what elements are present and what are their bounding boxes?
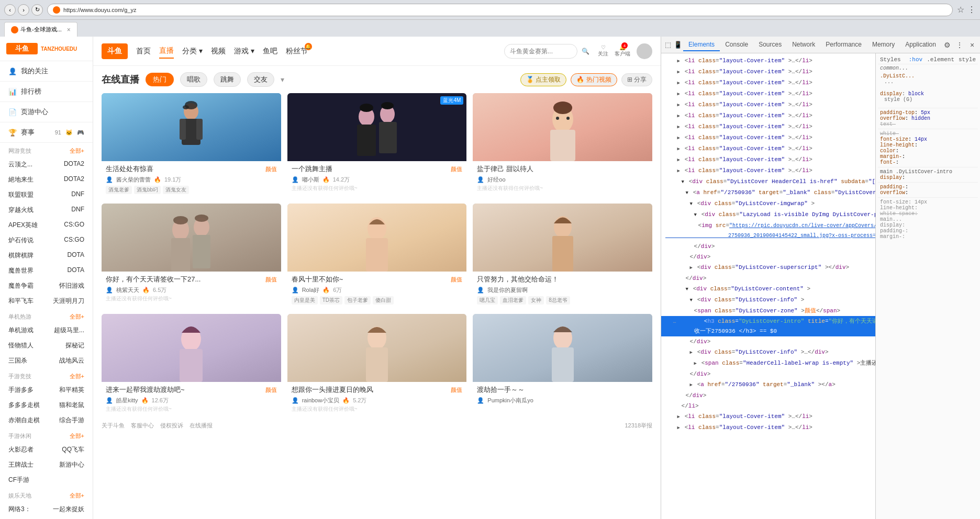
sidebar-game-qp[interactable]: 棋牌棋牌 DOTA [0, 248, 93, 263]
tree-line-2[interactable]: ▶ <li class="layout-Cover-item" >…</li> [661, 66, 875, 77]
tree-line-info[interactable]: ▼ <div class="DyListCover-info" > [661, 295, 875, 306]
tree-line-img[interactable]: <img src="https://rpic.douyucdn.cn/live-… [661, 220, 875, 241]
sidebar-game-sj2[interactable]: 怪物猎人 探秘记 [0, 338, 93, 353]
tree-line-next-li-2[interactable]: ▶ <li class="layout-Cover-item" >…</li> [661, 422, 875, 433]
sidebar-game-lol[interactable]: 联盟联盟 DNF [0, 187, 93, 202]
browser-tab[interactable]: 斗鱼-全球游戏... × [4, 22, 77, 37]
sidebar-item-sports[interactable]: 🏆 赛事 91 🐱 🎮 [0, 122, 93, 143]
tree-line-close-wrap[interactable]: </div> [661, 390, 875, 401]
sidebar-game-sj1[interactable]: 单机游戏 超级马里... [0, 323, 93, 338]
tree-line-1[interactable]: ▶ <li class="layout-Cover-item" >…</li> [661, 55, 875, 66]
sidebar-game-hpfc[interactable]: 和平飞车 天涯明月刀 [0, 294, 93, 309]
tab-memory[interactable]: Memory [867, 39, 900, 51]
element-picker-icon[interactable]: ⬚ [663, 39, 672, 51]
sidebar-game-cfol[interactable]: 穿越火线 DNF [0, 202, 93, 218]
more-icon[interactable]: ⋮ [967, 5, 976, 15]
tree-line-close-div1[interactable]: </div> [661, 241, 875, 252]
hot-video-btn[interactable]: 🔥 热门视频 [571, 73, 617, 86]
tree-line-7[interactable]: ▶ <li class="layout-Cover-item" >…</li> [661, 121, 875, 132]
tab-network[interactable]: Network [787, 39, 820, 51]
hover-toggle[interactable]: :hov [909, 57, 922, 63]
elements-tree[interactable]: ▶ <li class="layout-Cover-item" >…</li> … [661, 53, 875, 519]
address-bar[interactable]: https://www.douyu.com/g_yz [47, 4, 953, 16]
device-toggle-icon[interactable]: 📱 [673, 39, 682, 51]
reload-button[interactable]: ↻ [31, 4, 43, 16]
sidebar-item-follow[interactable]: 👤 我的关注 [0, 61, 93, 82]
nav-video[interactable]: 视频 [211, 44, 226, 58]
dropdown-icon[interactable]: ▾ [281, 75, 284, 84]
back-button[interactable]: ‹ [4, 4, 16, 16]
tree-line-zone[interactable]: <span class="DyListCover-zone" >颜值</span… [661, 306, 875, 316]
tree-line-content[interactable]: ▼ <div class="DyListCover-content" > [661, 284, 875, 295]
stream-card-9[interactable]: 渡劫拾一手～～ 👤 Pumpkin小南瓜yo [473, 314, 652, 416]
user-avatar[interactable] [637, 43, 652, 59]
hot-filter-btn[interactable]: 热门 [146, 73, 174, 86]
tree-line-6[interactable]: ▶ <li class="layout-Cover-item" >…</li> [661, 110, 875, 121]
dance-filter-btn[interactable]: 跳舞 [214, 72, 241, 87]
tree-line-expanded-li[interactable]: ▼ <div class="DyListCover HeaderCell is-… [661, 176, 875, 187]
stream-card-7[interactable]: 进来一起帮我渡劫渡劫吧~ 颜值 👤 皓星kitty 🔥 12.6万 主播还没有获… [102, 314, 281, 416]
tree-line-a-wrap[interactable]: ▼ <a href="/2750936" target="_blank" cla… [661, 187, 875, 198]
tree-line-next-li-1[interactable]: ▶ <li class="layout-Cover-item" >…</li> [661, 411, 875, 422]
client-icon-btn[interactable]: 🔔4 客户端 [615, 44, 630, 58]
sidebar-game-e1[interactable]: 网络3： 一起来捉妖 [0, 502, 93, 517]
tab-sources[interactable]: Sources [753, 39, 787, 51]
stream-card-4[interactable]: 你好，有个天天请签收一下27... 颜值 👤 桃紫天天 🔥 6.5万 主播还没有… [102, 204, 281, 308]
sidebar-game-e2[interactable]: 胡阳浦 [0, 517, 93, 519]
tree-line-9[interactable]: ▶ <li class="layout-Cover-item" >…</li> [661, 143, 875, 154]
sidebar-game-l3[interactable]: CF手游 [0, 472, 93, 488]
tree-line-3[interactable]: ▶ <li class="layout-Cover-item" >…</li> [661, 77, 875, 88]
tree-line-info2[interactable]: ▶ <div class="DyListCover-info" >…</div> [661, 347, 875, 358]
style-toggle[interactable]: style [959, 57, 976, 63]
friends-filter-btn[interactable]: 交友 [247, 72, 274, 87]
sidebar-game-jd[interactable]: 絕地来生 DOTA2 [0, 172, 93, 187]
ent-more[interactable]: 全部+ [70, 492, 84, 500]
tree-line-11[interactable]: ▶ <li class="layout-Cover-item" >…</li> [661, 165, 875, 176]
tree-line-lazyload[interactable]: ▼ <div class="LazyLoad is-visible DyImg … [661, 209, 875, 220]
follow-icon-btn[interactable]: ♡ 关注 [598, 44, 608, 58]
stream-card-6[interactable]: 只管努力，其他交给命运！ 👤 我是你的夏留啊 嗯几宝 血泪老爹 女神 8总老爷 [473, 204, 652, 308]
close-devtools-icon[interactable]: × [966, 39, 978, 51]
nav-home[interactable]: 首页 [136, 44, 151, 58]
stream-card-1[interactable]: 生活处处有惊喜 颜值 👤 酱火柴的蕾蕾 🔥 19.1万 酒鬼老爹 酒鬼bb叼 [102, 93, 281, 197]
sing-filter-btn[interactable]: 唱歌 [180, 72, 207, 87]
search-input[interactable] [504, 44, 577, 59]
bookmark-icon[interactable]: ☆ [957, 5, 964, 15]
sidebar-game-m3[interactable]: 赤潮自走棋 综合手游 [0, 413, 93, 428]
tree-line-8[interactable]: ▶ <li class="layout-Cover-item" >…</li> [661, 132, 875, 143]
stream-card-5[interactable]: 春风十里不如你~ 颜值 👤 Rola好 🔥 6万 内皇是美 TD茶芯 [287, 204, 467, 308]
tab-close[interactable]: × [67, 26, 71, 33]
sidebar-game-ws[interactable]: 魔兽世界 DOTA [0, 263, 93, 278]
single-more[interactable]: 全部+ [70, 313, 84, 321]
tab-console[interactable]: Console [720, 39, 753, 51]
mobile-more[interactable]: 全部+ [70, 373, 84, 380]
tree-line-close-div2[interactable]: </div> [661, 252, 875, 262]
leisure-more[interactable]: 全部+ [70, 432, 84, 440]
tree-line-10[interactable]: ▶ <li class="layout-Cover-item" >…</li> [661, 154, 875, 165]
stream-card-3[interactable]: 盐于律己 甜以待人 👤 好经oo 主播还没有获得任何评价哦~ [473, 93, 652, 197]
nav-game[interactable]: 游戏 ▾ [234, 44, 254, 58]
share-btn[interactable]: ⊞ 分享 [621, 73, 652, 86]
tree-line-a-close[interactable]: ▶ <a href="/2750936" target="_blank" ></… [661, 379, 875, 390]
settings-icon[interactable]: ⚙ [941, 39, 953, 51]
tree-line-imgwrap[interactable]: ▼ <div class="DyListCover-imgwrap" > [661, 198, 875, 209]
sidebar-game-l2[interactable]: 王牌战士 新游中心 [0, 457, 93, 472]
sidebar-game-m1[interactable]: 手游多多 和平精英 [0, 382, 93, 398]
tab-application[interactable]: Application [900, 39, 940, 51]
special-reward-btn[interactable]: 🏅 点主领取 [520, 73, 566, 86]
sidebar-game-dota2[interactable]: 云顶之... DOTA2 [0, 157, 93, 172]
sidebar-game-m2[interactable]: 多多多走棋 猫和老鼠 [0, 398, 93, 413]
nav-fish[interactable]: 鱼吧 [263, 44, 277, 58]
tree-line-label-wrap[interactable]: ▶ <span class="HeaderCell-label-wrap is-… [661, 358, 875, 369]
sidebar-game-mz[interactable]: 魔兽争霸 怀旧游戏 [0, 278, 93, 294]
nav-live[interactable]: 直播 [159, 44, 174, 59]
tree-line-5[interactable]: ▶ <li class="layout-Cover-item" >…</li> [661, 99, 875, 110]
stream-card-2[interactable]: 蓝光4M 一个跳舞主播 颜值 👤 嘟小斯 🔥 14.2万 [287, 93, 467, 197]
tree-line-4[interactable]: ▶ <li class="layout-Cover-item" >…</li> [661, 88, 875, 99]
nav-fans[interactable]: 粉丝节 🔔 [286, 44, 308, 58]
esports-more[interactable]: 全部+ [70, 147, 84, 155]
tree-line-close-info[interactable]: </div> [661, 336, 875, 347]
tab-elements[interactable]: Elements [683, 39, 720, 51]
sidebar-game-sj3[interactable]: 三国杀 战地风云 [0, 353, 93, 368]
tree-line-intro-selected[interactable]: … <h3 class="DyListCover-intro" title="你… [661, 316, 875, 336]
